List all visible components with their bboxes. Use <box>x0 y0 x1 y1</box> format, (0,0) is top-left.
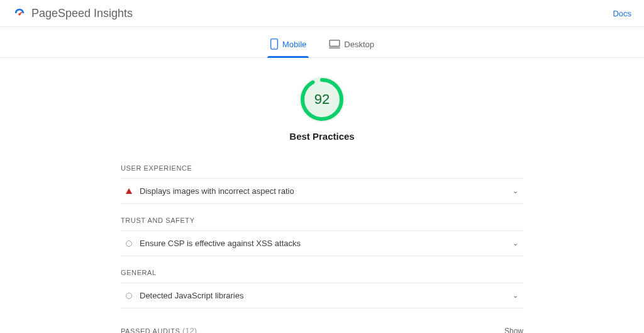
tab-mobile[interactable]: Mobile <box>267 33 309 57</box>
section-user-experience-title: USER EXPERIENCE <box>121 164 523 172</box>
audit-left: Ensure CSP is effective against XSS atta… <box>126 239 301 248</box>
audit-left: Detected JavaScript libraries <box>126 291 243 300</box>
svg-rect-3 <box>330 40 340 47</box>
gauge-label: Best Practices <box>289 131 354 142</box>
pagespeed-logo-icon <box>13 6 26 20</box>
passed-audits-title-wrap: PASSED AUDITS (12) <box>121 326 197 333</box>
chevron-down-icon: ⌄ <box>513 291 518 300</box>
audit-aspect-ratio[interactable]: Displays images with incorrect aspect ra… <box>121 178 523 204</box>
audit-js-libraries[interactable]: Detected JavaScript libraries ⌄ <box>121 283 523 308</box>
desktop-icon <box>329 40 340 48</box>
audit-left: Displays images with incorrect aspect ra… <box>126 186 294 196</box>
device-tabs: Mobile Desktop <box>0 27 644 58</box>
neutral-icon <box>126 293 132 299</box>
warning-icon <box>126 188 132 194</box>
passed-audits-title: PASSED AUDITS <box>121 327 180 333</box>
passed-audits-count: (12) <box>182 326 197 333</box>
score-gauge-wrap: 92 Best Practices <box>121 77 523 142</box>
audit-label: Displays images with incorrect aspect ra… <box>140 186 294 196</box>
mobile-icon <box>270 38 279 50</box>
passed-audits-row: PASSED AUDITS (12) Show <box>121 326 523 333</box>
main-content: 92 Best Practices USER EXPERIENCE Displa… <box>121 58 523 333</box>
audit-label: Detected JavaScript libraries <box>140 291 243 300</box>
tab-mobile-label: Mobile <box>282 40 306 49</box>
score-gauge: 92 <box>299 77 345 122</box>
tab-desktop-label: Desktop <box>344 40 374 49</box>
section-trust-safety-title: TRUST AND SAFETY <box>121 217 523 224</box>
gauge-score: 92 <box>299 77 345 122</box>
brand: PageSpeed Insights <box>13 6 133 20</box>
docs-link[interactable]: Docs <box>613 9 631 18</box>
chevron-down-icon: ⌄ <box>513 239 518 247</box>
audit-label: Ensure CSP is effective against XSS atta… <box>140 239 301 248</box>
section-general-title: GENERAL <box>121 269 523 276</box>
audit-csp-xss[interactable]: Ensure CSP is effective against XSS atta… <box>121 230 523 256</box>
tab-desktop[interactable]: Desktop <box>326 33 377 57</box>
topbar: PageSpeed Insights Docs <box>0 0 644 27</box>
brand-title: PageSpeed Insights <box>31 7 133 20</box>
passed-show-button[interactable]: Show <box>504 327 523 334</box>
neutral-icon <box>126 240 132 247</box>
chevron-down-icon: ⌄ <box>513 187 518 195</box>
svg-point-2 <box>274 47 274 48</box>
